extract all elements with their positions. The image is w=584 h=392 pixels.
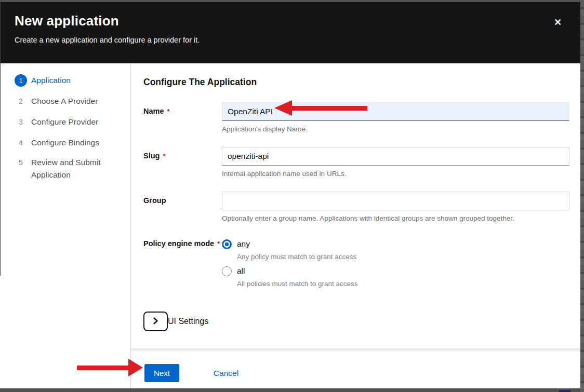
cancel-link[interactable]: Cancel — [214, 369, 238, 378]
wizard-footer: Next Cancel — [131, 352, 580, 388]
step-number-badge: 1 — [15, 74, 27, 87]
step-number: 3 — [15, 116, 27, 128]
label-text: Policy engine mode — [143, 239, 214, 248]
policy-any-help: Any policy must match to grant access — [237, 253, 569, 261]
ui-settings-section: UI Settings — [143, 312, 569, 331]
policy-all-help: All policies must match to grant access — [237, 280, 569, 288]
label-text: Group — [143, 196, 166, 205]
slug-field-row: Slug* Internal application name used in … — [143, 147, 569, 178]
chevron-right-icon — [153, 317, 158, 326]
name-field-help: Application's display Name. — [222, 125, 569, 133]
required-asterisk: * — [217, 240, 220, 248]
policy-engine-mode-label: Policy engine mode* — [143, 238, 222, 292]
slug-field-label: Slug* — [143, 147, 222, 178]
policy-engine-mode-control: any Any policy must match to grant acces… — [222, 238, 569, 292]
form-heading: Configure The Application — [143, 77, 569, 88]
name-input[interactable] — [222, 102, 569, 121]
group-field-row: Group Optionally enter a group name. App… — [143, 192, 569, 223]
step-label: Choose A Provider — [31, 95, 98, 107]
required-asterisk: * — [167, 107, 170, 115]
wizard-steps-sidebar: 1 Application 2 Choose A Provider 3 Conf… — [0, 63, 131, 388]
group-field-help: Optionally enter a group name. Applicati… — [222, 214, 569, 223]
step-label: Review and Submit Application — [31, 156, 108, 181]
name-field-row: Name* Application's display Name. — [143, 102, 569, 133]
next-button[interactable]: Next — [144, 364, 179, 382]
slug-field-control: Internal application name used in URLs. — [222, 147, 569, 178]
step-number: 5 — [15, 156, 27, 169]
label-text: Slug — [143, 152, 160, 160]
label-text: Name — [143, 107, 164, 115]
sidebar-step-configure-bindings[interactable]: 4 Configure Bindings — [15, 132, 130, 153]
page-title: New application — [15, 13, 566, 29]
step-number: 4 — [15, 137, 27, 149]
radio-option-label: all — [237, 266, 245, 276]
modal-body: 1 Application 2 Choose A Provider 3 Conf… — [0, 63, 580, 388]
modal-header: New application Create a new application… — [0, 2, 580, 63]
ui-settings-label: UI Settings — [168, 317, 208, 326]
policy-mode-any-option[interactable]: any — [222, 238, 569, 250]
step-label: Application — [31, 74, 71, 87]
group-field-control: Optionally enter a group name. Applicati… — [222, 192, 569, 223]
slug-field-help: Internal application name used in URLs. — [222, 170, 569, 178]
group-input[interactable] — [222, 192, 569, 210]
name-field-label: Name* — [143, 102, 222, 133]
new-application-modal: New application Create a new application… — [0, 2, 580, 388]
policy-mode-all-option[interactable]: all — [222, 265, 569, 277]
step-number: 2 — [15, 95, 27, 107]
modal-left-edge — [0, 2, 1, 276]
sidebar-step-choose-provider[interactable]: 2 Choose A Provider — [15, 91, 130, 112]
modal-backdrop: New application Create a new application… — [0, 0, 584, 392]
slug-input[interactable] — [222, 147, 569, 166]
radio-unchecked-icon[interactable] — [222, 266, 232, 276]
radio-option-label: any — [237, 239, 250, 249]
sidebar-step-application[interactable]: 1 Application — [15, 70, 130, 91]
required-asterisk: * — [163, 152, 165, 160]
ui-settings-expand-button[interactable] — [143, 312, 168, 331]
sidebar-step-review-submit[interactable]: 5 Review and Submit Application — [15, 156, 130, 181]
background-page-strip — [580, 0, 584, 392]
sidebar-step-configure-provider[interactable]: 3 Configure Provider — [15, 112, 130, 132]
modal-subtitle: Create a new application and configure a… — [15, 36, 566, 44]
step-label: Configure Provider — [31, 116, 98, 128]
background-page-artifact — [559, 390, 570, 392]
close-icon[interactable]: ✕ — [554, 18, 562, 27]
group-field-label: Group — [143, 192, 222, 223]
wizard-content: Configure The Application Name* Applicat… — [131, 63, 580, 388]
radio-checked-icon[interactable] — [222, 239, 232, 249]
step-label: Configure Bindings — [31, 137, 99, 149]
name-field-control: Application's display Name. — [222, 102, 569, 133]
policy-engine-mode-row: Policy engine mode* any Any policy must … — [143, 238, 569, 292]
